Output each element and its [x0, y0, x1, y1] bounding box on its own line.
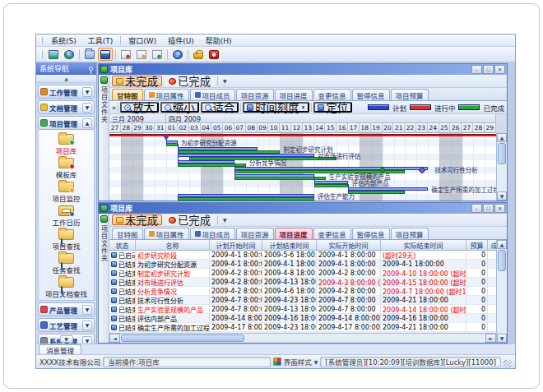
- chevron-down-icon[interactable]: ▼: [82, 336, 92, 344]
- sidebar-item-项目查找[interactable]: 项目查找: [39, 228, 94, 251]
- gantt-actual-bar[interactable]: [314, 184, 348, 187]
- gantt-actual-bar[interactable]: [348, 191, 405, 194]
- minimize-button[interactable]: -: [471, 204, 482, 213]
- tab-变更信息[interactable]: 变更信息: [313, 89, 351, 100]
- close-button[interactable]: ×: [494, 204, 505, 213]
- sidebar-item-工作日历[interactable]: 工作日历: [39, 204, 94, 228]
- gantt-actual-bar[interactable]: [166, 143, 178, 146]
- tool-缩小[interactable]: -缩小: [160, 102, 199, 113]
- exit-button[interactable]: [207, 48, 221, 61]
- column-header-成[interactable]: 成: [488, 240, 496, 251]
- lock-button[interactable]: [191, 48, 206, 61]
- table-row[interactable]: 已结束制定初步研究计划2009-4-2 8:00:002009-4-8 18:0…: [109, 269, 496, 278]
- column-header-计划结束时间[interactable]: 计划结束时间: [262, 240, 317, 251]
- sidebar-item-任务查找[interactable]: 任务查找: [39, 251, 94, 275]
- menu-item[interactable]: 工具(T): [82, 35, 119, 46]
- tab-项目预算[interactable]: 项目预算: [391, 89, 429, 100]
- column-header-名称[interactable]: 名称: [136, 240, 210, 251]
- tab-甘特图[interactable]: 甘特图: [112, 228, 143, 239]
- toolbar-grip[interactable]: [40, 51, 43, 58]
- help-button[interactable]: [170, 48, 185, 61]
- interface-style-button[interactable]: 界面样式: [284, 357, 312, 367]
- tab-项目进度[interactable]: 项目进度: [275, 89, 313, 100]
- table-row[interactable]: 已结束确定生产所需的加工过程2009-4-17 8:00:002009-4-23…: [109, 323, 496, 332]
- filter-未完成[interactable]: 未完成: [112, 214, 162, 225]
- sidebar-group-文档管理[interactable]: 文档管理▼: [38, 100, 95, 114]
- save-button[interactable]: [98, 48, 113, 61]
- table-row[interactable]: 已结束技术可行性分析2009-4-7 8:00:002009-4-23 18:0…: [109, 296, 496, 305]
- sidebar-group-工艺管理[interactable]: 工艺管理▼: [38, 318, 95, 332]
- tab-message-manage[interactable]: 消息管理: [39, 344, 81, 354]
- table-row[interactable]: 已结束为初步研究分配资源2009-4-1 8:00:002009-4-1 18:…: [109, 260, 496, 269]
- tool-时间刻度[interactable]: 时间刻度▼: [243, 102, 309, 113]
- scroll-right-icon[interactable]: ►: [485, 334, 496, 343]
- window-titlebar[interactable]: 项目库 -□×: [99, 64, 507, 75]
- sidebar-item-项目文档查找[interactable]: 项目文档查找: [39, 275, 94, 299]
- menu-item[interactable]: 系统(S): [45, 35, 82, 46]
- tool-适合[interactable]: 适合: [201, 102, 239, 113]
- chevron-down-icon[interactable]: ▼: [220, 78, 230, 84]
- filter-已完成[interactable]: 已完成: [165, 214, 215, 225]
- chevron-up-icon[interactable]: ▲: [82, 118, 92, 128]
- window-titlebar[interactable]: 项目库 -□×: [99, 203, 507, 214]
- minimize-button[interactable]: -: [471, 65, 482, 74]
- menu-item[interactable]: 帮助(H): [200, 35, 238, 46]
- chevron-down-icon[interactable]: ▼: [82, 305, 92, 315]
- tab-项目属性[interactable]: 项目属性: [144, 228, 189, 239]
- sidebar-scroll-down[interactable]: ▼: [60, 335, 73, 343]
- tab-项目资源[interactable]: 项目资源: [236, 89, 274, 100]
- gantt-actual-bar[interactable]: [178, 164, 246, 167]
- scroll-down-icon[interactable]: ▼: [497, 191, 507, 201]
- tab-变更信息[interactable]: 变更信息: [313, 228, 351, 239]
- close-button[interactable]: ×: [494, 65, 505, 74]
- table-row[interactable]: 已结束评估内部产品2009-4-14 8:00:002009-4-16 18:0…: [109, 314, 496, 323]
- filter-未完成[interactable]: 未完成: [112, 76, 162, 86]
- tool-定位[interactable]: 定位: [313, 102, 352, 113]
- menu-item[interactable]: 窗口(W): [123, 35, 162, 46]
- sidebar-group-工作管理[interactable]: 工作管理▼: [38, 85, 95, 99]
- scroll-thumb[interactable]: [121, 334, 244, 342]
- sidebar-item-项目库[interactable]: 项目库: [39, 132, 94, 156]
- chevron-down-icon[interactable]: ▼: [82, 103, 92, 113]
- sidebar-scroll-up[interactable]: ▲: [36, 75, 96, 83]
- sidebar-group-产品管理[interactable]: 产品管理▼: [38, 302, 95, 316]
- column-header-实际开始时间[interactable]: 实际开始时间: [317, 240, 381, 251]
- pushpin-icon[interactable]: [89, 67, 93, 71]
- scroll-thumb[interactable]: [498, 143, 506, 164]
- folder-panel-tab[interactable]: 项目文件夹: [99, 214, 109, 343]
- folder-panel-tab[interactable]: 项目文件夹: [99, 75, 109, 201]
- table-horizontal-scrollbar[interactable]: ◄ ►: [109, 333, 496, 343]
- globe-button[interactable]: [62, 48, 77, 61]
- sidebar-item-模板库[interactable]: 模板库: [39, 156, 94, 180]
- maximize-button[interactable]: □: [483, 65, 494, 74]
- tab-项目成员[interactable]: 项目成员: [190, 228, 235, 239]
- tab-项目资源[interactable]: 项目资源: [236, 228, 274, 239]
- tab-项目成员[interactable]: 项目成员: [190, 89, 235, 100]
- table-row[interactable]: 已启动初步研究阶段2009-4-1 8:00:002009-5-6 18:00:…: [109, 251, 496, 260]
- maximize-button[interactable]: □: [483, 204, 494, 213]
- chevron-down-icon[interactable]: ▼: [314, 359, 318, 365]
- tab-暂停信息[interactable]: 暂停信息: [352, 89, 390, 100]
- scroll-up-icon[interactable]: ▲: [497, 133, 507, 142]
- filter-已完成[interactable]: 已完成: [165, 76, 215, 86]
- chevron-down-icon[interactable]: ▼: [82, 321, 92, 330]
- table-row[interactable]: 已结束分析竞争情况2009-4-2 8:00:002009-4-6 18:00:…: [109, 287, 496, 296]
- tab-项目属性[interactable]: 项目属性: [144, 89, 189, 100]
- chevron-down-icon[interactable]: ▼: [220, 217, 230, 223]
- scroll-down-icon[interactable]: ▼: [497, 334, 507, 343]
- gantt-vertical-scrollbar[interactable]: ▲ ▼: [496, 133, 507, 201]
- table-row[interactable]: 已结束生产实验室规模的产品2009-4-7 8:00:002009-4-13 1…: [109, 305, 496, 314]
- sidebar-item-项目监控[interactable]: 项目监控: [39, 180, 94, 204]
- gantt-actual-bar[interactable]: [178, 150, 280, 154]
- gantt-actual-bar[interactable]: [234, 177, 326, 180]
- column-header-计划开始时间[interactable]: 计划开始时间: [210, 240, 262, 251]
- report-view-button[interactable]: [134, 48, 149, 61]
- column-header-状态[interactable]: 状态: [109, 240, 136, 251]
- column-header-实际结束时间[interactable]: 实际结束时间: [381, 240, 466, 251]
- menu-item[interactable]: 插件(U): [162, 35, 200, 46]
- open-folder-button[interactable]: [82, 48, 97, 61]
- tool-放大[interactable]: +放大: [120, 102, 159, 113]
- tab-项目进度[interactable]: 项目进度: [275, 228, 313, 239]
- chevron-down-icon[interactable]: ▼: [82, 87, 92, 97]
- report-new-button[interactable]: [118, 48, 133, 61]
